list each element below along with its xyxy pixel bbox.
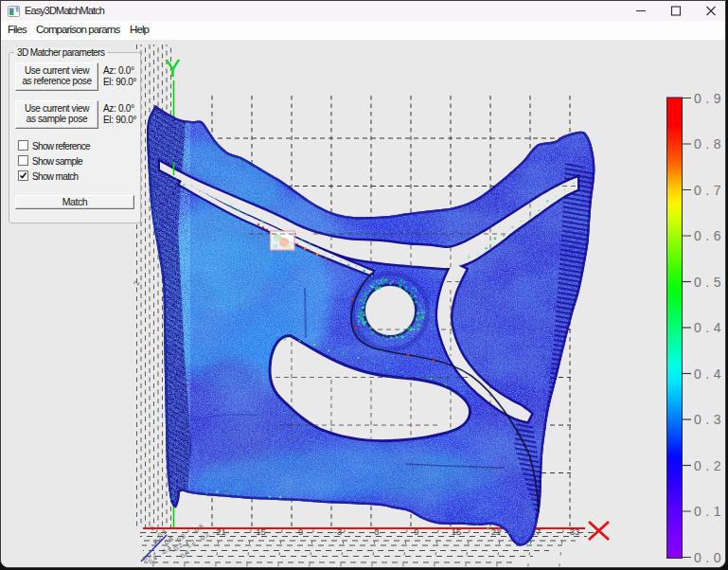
svg-text:21: 21 [491, 526, 502, 537]
svg-text:-15: -15 [253, 526, 266, 537]
svg-text:0.4: 0.4 [694, 366, 725, 382]
svg-text:0.7: 0.7 [694, 183, 725, 198]
svg-text:Y: Y [165, 55, 181, 81]
svg-text:9: 9 [414, 526, 418, 537]
svg-text:0.6: 0.6 [694, 228, 725, 243]
svg-text:-9: -9 [295, 526, 303, 537]
svg-text:0.2: 0.2 [694, 458, 725, 473]
svg-text:0.5: 0.5 [694, 275, 725, 290]
svg-text:1.2: 1.2 [185, 538, 196, 549]
svg-text:0.3: 0.3 [694, 412, 725, 427]
svg-text:33: 33 [570, 526, 580, 537]
svg-text:0.0: 0.0 [694, 550, 725, 565]
svg-text:3: 3 [374, 526, 379, 537]
svg-text:0.2: 0.2 [199, 530, 210, 542]
svg-text:0.8: 0.8 [694, 136, 725, 151]
svg-text:-0.4: -0.4 [159, 544, 172, 557]
svg-text:0.0: 0.0 [175, 532, 186, 543]
svg-text:0.4: 0.4 [694, 320, 725, 335]
svg-text:0.9: 0.9 [694, 91, 725, 106]
svg-text:0.4: 0.4 [179, 548, 190, 560]
svg-text:-21: -21 [213, 526, 226, 537]
svg-text:0.1: 0.1 [694, 504, 725, 519]
svg-text:15: 15 [452, 526, 462, 537]
svg-text:-3: -3 [334, 526, 342, 537]
